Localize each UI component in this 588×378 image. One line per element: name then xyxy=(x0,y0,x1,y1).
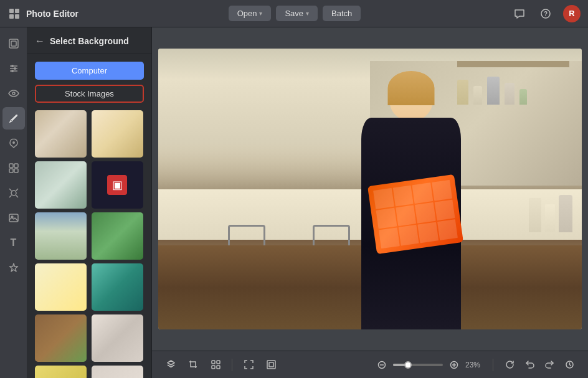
save-button[interactable]: Save ▾ xyxy=(276,6,318,21)
thumbnail-kitchen1[interactable] xyxy=(35,110,87,158)
svg-rect-0 xyxy=(9,9,14,13)
toolbar-separator1 xyxy=(232,359,232,371)
thumbnail-house[interactable] xyxy=(35,212,87,260)
topbar-actions: Open ▾ Save ▾ Batch xyxy=(229,6,361,21)
fit-toolbar-icon[interactable] xyxy=(240,356,257,374)
main-area: T ← Select Background Computer Stock Ima… xyxy=(0,27,588,378)
sidebar-icon-collage[interactable] xyxy=(2,157,25,179)
batch-button[interactable]: Batch xyxy=(323,6,361,21)
sidebar-icon-paint[interactable] xyxy=(2,132,25,154)
sidebar-icon-layers[interactable] xyxy=(2,32,25,55)
history-icon[interactable] xyxy=(561,356,578,374)
refresh-icon[interactable] xyxy=(501,356,518,374)
svg-point-13 xyxy=(11,70,14,72)
zoom-controls: 23% xyxy=(374,357,485,372)
sidebar-icon-text[interactable]: T xyxy=(2,232,25,254)
app-branding: Photo Editor xyxy=(7,7,78,21)
svg-rect-3 xyxy=(15,14,19,19)
svg-rect-2 xyxy=(9,14,14,19)
thumbnail-kitchen2[interactable] xyxy=(92,110,143,158)
svg-rect-6 xyxy=(9,39,18,48)
sidebar-icon-effects[interactable] xyxy=(2,257,25,279)
thumbnail-grid: ▣ xyxy=(27,110,151,378)
computer-button[interactable]: Computer xyxy=(35,62,144,80)
svg-rect-26 xyxy=(217,366,220,369)
svg-point-14 xyxy=(12,92,15,95)
svg-rect-25 xyxy=(212,366,215,369)
svg-rect-27 xyxy=(267,361,275,369)
svg-point-11 xyxy=(11,65,14,67)
sidebar-icon-eye[interactable] xyxy=(2,82,25,105)
topbar-right: ? R xyxy=(511,5,581,22)
avatar[interactable]: R xyxy=(563,5,581,22)
zoom-slider[interactable] xyxy=(393,364,443,366)
svg-text:?: ? xyxy=(544,11,548,17)
undo-redo-controls xyxy=(501,356,578,374)
canvas-container xyxy=(152,27,588,351)
thumbnail-kitchen3[interactable] xyxy=(35,161,87,209)
svg-rect-24 xyxy=(217,361,220,364)
canvas-area: 23% xyxy=(152,27,588,378)
thumbnail-green[interactable] xyxy=(92,212,143,260)
zoom-minus-button[interactable] xyxy=(374,357,389,372)
toolbar-separator2 xyxy=(493,359,493,371)
crop-toolbar-icon[interactable] xyxy=(184,356,202,374)
icon-sidebar: T xyxy=(0,27,27,378)
zoom-plus-button[interactable] xyxy=(447,357,462,372)
app-title: Photo Editor xyxy=(26,9,78,19)
sidebar-icon-brush[interactable] xyxy=(2,107,25,130)
svg-point-20 xyxy=(11,191,16,196)
chat-icon[interactable] xyxy=(511,5,528,22)
open-chevron-icon: ▾ xyxy=(259,10,262,17)
svg-rect-18 xyxy=(9,169,13,172)
grid-toolbar-icon[interactable] xyxy=(207,356,224,374)
save-chevron-icon: ▾ xyxy=(306,10,309,17)
thumbnail-bottom1[interactable] xyxy=(35,366,87,378)
svg-rect-19 xyxy=(14,169,18,172)
bottom-toolbar: 23% xyxy=(152,351,588,378)
thumbnail-yellow[interactable] xyxy=(35,263,87,311)
panel-title: Select Background xyxy=(50,36,129,46)
help-icon[interactable]: ? xyxy=(537,5,554,22)
sidebar-icon-objects[interactable] xyxy=(2,182,25,204)
thumbnail-bottom2[interactable] xyxy=(92,366,143,378)
svg-point-15 xyxy=(12,141,15,144)
sidebar-icon-sliders[interactable] xyxy=(2,57,25,80)
svg-rect-28 xyxy=(269,362,273,367)
svg-point-12 xyxy=(14,67,16,70)
open-button[interactable]: Open ▾ xyxy=(229,6,272,21)
thumbnail-teal[interactable] xyxy=(92,263,143,311)
back-button[interactable]: ← xyxy=(35,36,45,46)
thumbnail-wood[interactable] xyxy=(35,314,87,362)
redo-icon[interactable] xyxy=(541,356,558,374)
expand-toolbar-icon[interactable] xyxy=(262,356,280,374)
canvas-image xyxy=(158,49,582,329)
thumbnail-restaurant[interactable]: ▣ xyxy=(92,161,143,209)
svg-rect-16 xyxy=(9,164,13,168)
stock-images-button[interactable]: Stock Images xyxy=(35,85,144,103)
svg-rect-7 xyxy=(11,41,16,46)
source-buttons: Computer Stock Images xyxy=(27,54,151,110)
svg-rect-17 xyxy=(14,164,18,168)
sidebar-icon-photo[interactable] xyxy=(2,207,25,229)
layers-toolbar-icon[interactable] xyxy=(162,356,179,374)
topbar: Photo Editor Open ▾ Save ▾ Batch ? R xyxy=(0,0,588,27)
select-background-panel: ← Select Background Computer Stock Image… xyxy=(27,27,152,378)
thumbnail-feathers[interactable] xyxy=(92,314,143,362)
zoom-value: 23% xyxy=(465,361,485,369)
panel-header: ← Select Background xyxy=(27,27,151,54)
svg-rect-1 xyxy=(15,9,19,13)
app-icon xyxy=(7,7,21,21)
svg-rect-23 xyxy=(212,361,215,364)
undo-icon[interactable] xyxy=(521,356,538,374)
